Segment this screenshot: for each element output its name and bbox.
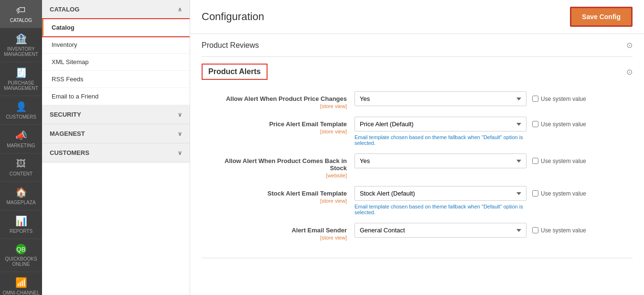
alert-email-sender-control-row: General Contact Sales Representative Cus… [354,223,621,238]
product-alerts-title: Product Alerts [202,64,268,80]
main-header: Configuration Save Config [190,0,644,34]
sidebar-item-quickbooks[interactable]: QB QUICKBOOKS ONLINE [0,239,42,272]
stock-alert-template-use-system-checkbox[interactable] [532,190,538,197]
stock-alert-label: Allow Alert When Product Comes Back in S… [225,157,347,172]
sidebar-item-marketing-label: MARKETING [7,143,35,148]
config-item-inventory[interactable]: Inventory [42,36,190,54]
price-alert-template-label-group: Price Alert Email Template [store view] [213,117,347,134]
price-change-alert-row: Allow Alert When Product Price Changes [… [213,91,621,109]
config-sidebar: CATALOG ∧ Catalog Inventory XML Sitemap … [42,0,190,295]
price-alert-template-sublabel: [store view] [213,129,347,134]
product-alerts-form: Allow Alert When Product Price Changes [… [202,87,633,258]
sidebar-item-purchase[interactable]: 🧾 PURCHASE MANAGEMENT [0,62,42,96]
config-section-catalog-header[interactable]: CATALOG ∧ [42,0,190,19]
sidebar-item-mageplaza-label: MAGEPLAZA [6,200,35,205]
price-alert-template-control-row: Price Alert (Default) Price Alert Use sy… [354,117,621,131]
stock-alert-row: Allow Alert When Product Comes Back in S… [213,153,621,178]
sidebar-item-catalog-label: CATALOG [10,18,32,23]
reports-icon: 📊 [15,215,27,227]
price-alert-template-row: Price Alert Email Template [store view] … [213,117,621,146]
sidebar-item-inventory-label: INVENTORY MANAGEMENT [2,46,40,57]
inventory-icon: 🏦 [15,33,27,44]
stock-alert-template-select[interactable]: Stock Alert (Default) Stock Alert [354,186,526,201]
price-alert-template-use-system-checkbox[interactable] [532,121,538,127]
main-content: Configuration Save Config Product Review… [190,0,644,295]
alert-email-sender-sublabel: [store view] [213,235,347,240]
price-alert-template-use-system-label: Use system value [532,121,586,128]
config-section-security-label: SECURITY [50,111,81,118]
config-item-rss-feeds[interactable]: RSS Feeds [42,71,190,88]
stock-alert-template-label: Stock Alert Email Template [268,190,347,197]
stock-alert-use-system-checkbox[interactable] [532,158,538,164]
price-alert-template-label: Price Alert Email Template [269,120,347,128]
catalog-chevron-icon: ∧ [178,6,182,13]
price-change-alert-controls: Yes No Use system value [354,91,621,106]
catalog-icon: 🏷 [16,5,26,16]
sidebar-item-reports[interactable]: 📊 REPORTS [0,210,42,239]
save-config-button[interactable]: Save Config [570,7,633,27]
stock-alert-control-row: Yes No Use system value [354,153,621,168]
stock-alert-template-use-system-label: Use system value [532,190,586,197]
config-section-customers-header[interactable]: CUSTOMERS ∨ [42,143,190,163]
customers-chevron-icon: ∨ [178,150,182,156]
sidebar-item-purchase-label: PURCHASE MANAGEMENT [2,80,40,91]
config-section-security-header[interactable]: SECURITY ∨ [42,105,190,124]
stock-alert-template-row: Stock Alert Email Template [store view] … [213,186,621,215]
alert-email-sender-label-group: Alert Email Sender [store view] [213,223,347,240]
product-reviews-collapse-icon: ⊙ [626,41,633,50]
stock-alert-label-group: Allow Alert When Product Comes Back in S… [213,153,347,178]
product-reviews-title: Product Reviews [202,41,259,50]
marketing-icon: 📣 [15,130,27,141]
sidebar-item-omnichannel[interactable]: 📶 OMNI-CHANNEL [0,272,42,295]
sidebar-item-omnichannel-label: OMNI-CHANNEL [2,290,39,295]
sidebar-item-content-label: CONTENT [10,171,32,176]
price-alert-template-hint: Email template chosen based on theme fal… [354,134,526,146]
sidebar-item-customers[interactable]: 👤 CUSTOMERS [0,96,42,125]
price-change-use-system-checkbox[interactable] [532,96,538,102]
price-change-use-system-label: Use system value [532,96,586,102]
stock-alert-controls: Yes No Use system value [354,153,621,168]
stock-alert-select[interactable]: Yes No [354,153,526,168]
sidebar-item-customers-label: CUSTOMERS [6,114,36,120]
alert-email-sender-controls: General Contact Sales Representative Cus… [354,223,621,238]
purchase-icon: 🧾 [15,67,27,78]
alert-email-sender-use-system-label: Use system value [532,227,586,234]
config-item-catalog[interactable]: Catalog [42,19,190,36]
price-change-alert-label: Allow Alert When Product Price Changes [226,95,347,102]
config-section-magenest-header[interactable]: MAGENEST ∨ [42,124,190,143]
left-sidebar: 🏷 CATALOG 🏦 INVENTORY MANAGEMENT 🧾 PURCH… [0,0,42,295]
sidebar-item-catalog[interactable]: 🏷 CATALOG [0,0,42,28]
alert-email-sender-label: Alert Email Sender [291,227,347,234]
sidebar-item-quickbooks-label: QUICKBOOKS ONLINE [2,256,40,267]
sidebar-item-marketing[interactable]: 📣 MARKETING [0,125,42,153]
product-alerts-header[interactable]: Product Alerts ⊙ [202,57,633,87]
alert-email-sender-row: Alert Email Sender [store view] General … [213,223,621,240]
price-alert-template-controls: Price Alert (Default) Price Alert Use sy… [354,117,621,146]
sidebar-item-content[interactable]: 🖼 CONTENT [0,153,42,182]
stock-alert-template-sublabel: [store view] [213,198,347,204]
stock-alert-sublabel: [website] [213,173,347,178]
content-area: Product Reviews ⊙ Product Alerts ⊙ Allow… [190,34,644,258]
alert-email-sender-use-system-checkbox[interactable] [532,227,538,233]
config-item-xml-sitemap[interactable]: XML Sitemap [42,54,190,71]
price-change-alert-label-group: Allow Alert When Product Price Changes [… [213,91,347,109]
product-reviews-section: Product Reviews ⊙ [202,34,633,57]
config-item-email-friend[interactable]: Email to a Friend [42,88,190,105]
sidebar-item-mageplaza[interactable]: 🏠 MAGEPLAZA [0,182,42,210]
security-chevron-icon: ∨ [178,111,182,118]
config-section-catalog-label: CATALOG [50,6,79,13]
sidebar-item-inventory[interactable]: 🏦 INVENTORY MANAGEMENT [0,28,42,62]
config-section-customers-label: CUSTOMERS [50,149,89,156]
price-change-alert-sublabel: [store view] [213,103,347,109]
price-alert-template-select[interactable]: Price Alert (Default) Price Alert [354,117,526,131]
omnichannel-icon: 📶 [15,277,27,288]
alert-email-sender-select[interactable]: General Contact Sales Representative Cus… [354,223,526,238]
page-title: Configuration [202,11,264,23]
stock-alert-template-hint: Email template chosen based on theme fal… [354,204,526,215]
price-change-alert-select[interactable]: Yes No [354,91,526,106]
stock-alert-template-label-group: Stock Alert Email Template [store view] [213,186,347,204]
mageplaza-icon: 🏠 [15,186,27,198]
product-reviews-header[interactable]: Product Reviews ⊙ [202,34,633,56]
product-alerts-collapse-icon: ⊙ [626,67,633,76]
stock-alert-use-system-label: Use system value [532,158,586,164]
